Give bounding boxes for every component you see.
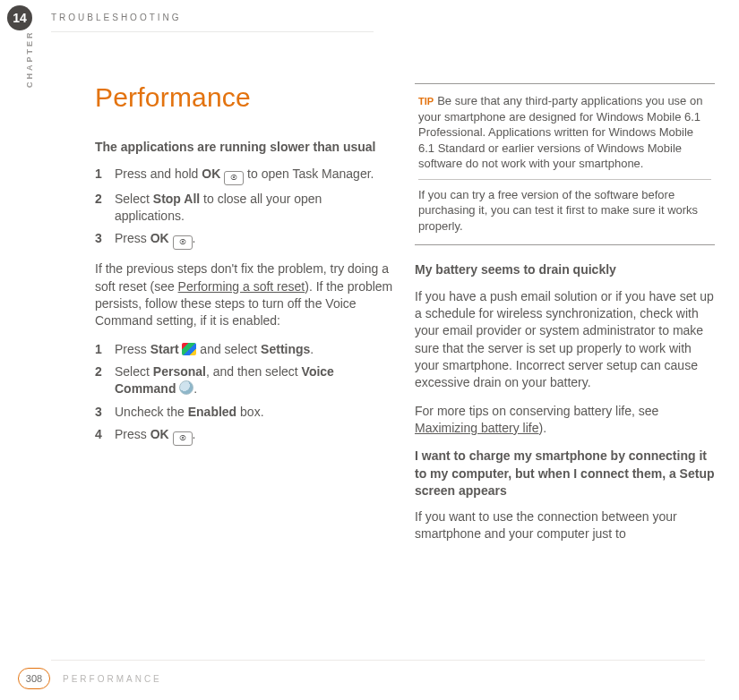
step-text: Uncheck the Enabled box. [115, 404, 395, 421]
bold: Stop All [153, 192, 200, 206]
text: Press [115, 427, 150, 441]
step-number: 1 [95, 166, 115, 185]
chapter-side-label: CHAPTER [25, 30, 34, 88]
step-text: Press Start and select Settings. [115, 341, 395, 358]
text: and select [196, 342, 261, 356]
text: . [193, 381, 197, 396]
text: to open Task Manager. [244, 166, 374, 181]
text: , and then select [206, 364, 302, 379]
paragraph-charge: If you want to use the connection betwee… [415, 508, 715, 543]
link-max-battery[interactable]: Maximizing battery life [415, 421, 539, 435]
bold: OK [202, 166, 220, 181]
step-number: 2 [95, 191, 115, 226]
right-column: TIPBe sure that any third-party applicat… [415, 56, 715, 554]
step-number: 4 [95, 426, 115, 446]
header-divider [51, 31, 374, 32]
text: ). [539, 421, 547, 435]
text: Press [115, 231, 150, 245]
footer: 308 PERFORMANCE [0, 668, 739, 689]
step-number: 1 [95, 341, 115, 358]
text: Press and hold [115, 166, 202, 181]
steps-list-a: 1 Press and hold OK ⦿ to open Task Manag… [95, 166, 395, 251]
list-item: 4 Press OK ⦿. [95, 426, 395, 446]
bold: OK [150, 427, 169, 441]
text: . [193, 231, 196, 245]
link-soft-reset[interactable]: Performing a soft reset [178, 279, 305, 294]
ok-button-icon: ⦿ [173, 235, 193, 250]
ok-button-icon: ⦿ [173, 431, 193, 446]
footer-section-label: PERFORMANCE [63, 674, 162, 684]
step-text: Press OK ⦿. [115, 230, 395, 250]
tip-box: TIPBe sure that any third-party applicat… [415, 83, 715, 245]
tip-divider [418, 179, 711, 180]
text: . [193, 427, 196, 441]
subhead-slow-apps: The applications are running slower than… [95, 139, 395, 156]
paragraph-battery: If you have a push email solution or if … [415, 288, 715, 392]
list-item: 2 Select Personal, and then select Voice… [95, 363, 395, 398]
step-text: Press and hold OK ⦿ to open Task Manager… [115, 166, 395, 185]
text: box. [236, 405, 263, 419]
text: Select [115, 364, 153, 379]
bold: Enabled [188, 405, 236, 419]
bold: Settings [261, 342, 310, 356]
step-number: 3 [95, 404, 115, 421]
step-text: Press OK ⦿. [115, 426, 395, 446]
list-item: 3 Press OK ⦿. [95, 230, 395, 250]
tip-paragraph-2: If you can try a free version of the sof… [418, 187, 711, 235]
text: Uncheck the [115, 405, 188, 419]
breadcrumb: TROUBLESHOOTING [51, 13, 182, 22]
left-column: Performance The applications are running… [95, 56, 395, 457]
ok-button-icon: ⦿ [224, 171, 244, 185]
paragraph-mid: If the previous steps don't fix the prob… [95, 260, 395, 329]
step-text: Select Stop All to close all your open a… [115, 191, 395, 226]
step-text: Select Personal, and then select Voice C… [115, 363, 395, 398]
text: Select [115, 192, 153, 206]
steps-list-b: 1 Press Start and select Settings. 2 Sel… [95, 341, 395, 446]
text: Press [115, 342, 150, 356]
footer-divider [51, 660, 705, 661]
text: . [310, 342, 314, 356]
text: For more tips on conserving battery life… [415, 404, 658, 418]
section-title: Performance [95, 79, 395, 115]
step-number: 3 [95, 230, 115, 250]
windows-start-icon [182, 343, 196, 355]
list-item: 3 Uncheck the Enabled box. [95, 404, 395, 421]
step-number: 2 [95, 363, 115, 398]
chapter-number-badge: 14 [7, 5, 32, 30]
voice-command-icon [179, 380, 193, 395]
page-number-badge: 308 [18, 668, 50, 689]
bold: Personal [153, 364, 206, 379]
bold: Start [150, 342, 179, 356]
tip-paragraph-1: TIPBe sure that any third-party applicat… [418, 93, 711, 172]
paragraph-battery-link: For more tips on conserving battery life… [415, 403, 715, 438]
tip-label: TIP [418, 96, 434, 107]
subhead-charge: I want to charge my smartphone by connec… [415, 448, 715, 499]
bold: OK [150, 231, 169, 245]
subhead-battery: My battery seems to drain quickly [415, 261, 715, 278]
list-item: 1 Press Start and select Settings. [95, 341, 395, 358]
list-item: 1 Press and hold OK ⦿ to open Task Manag… [95, 166, 395, 185]
list-item: 2 Select Stop All to close all your open… [95, 191, 395, 226]
text: Be sure that any third-party application… [418, 94, 702, 170]
